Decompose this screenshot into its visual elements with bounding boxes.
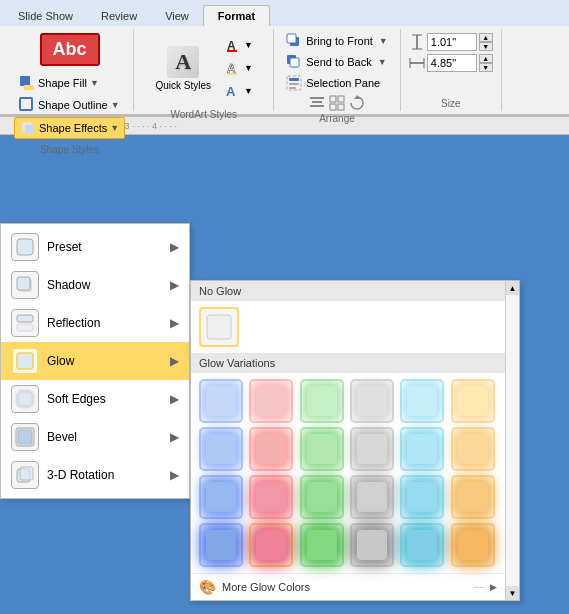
glow-cell-3-6[interactable]	[451, 475, 495, 519]
selection-pane-button[interactable]: Selection Pane	[282, 73, 392, 93]
glow-cell-1-3[interactable]	[300, 379, 344, 423]
wordart-group: A Quick Styles A ▼ A ▼ A ▼	[134, 29, 274, 111]
svg-text:A: A	[226, 84, 236, 99]
shape-outline-icon	[19, 97, 35, 113]
bevel-arrow: ▶	[170, 430, 179, 444]
text-fill-button[interactable]: A ▼	[220, 35, 258, 55]
send-back-dropdown[interactable]: ▼	[378, 57, 387, 67]
scroll-up-button[interactable]: ▲	[506, 281, 519, 295]
shape-outline-button[interactable]: Shape Outline ▼	[14, 95, 125, 115]
menu-glow[interactable]: Glow ▶	[1, 342, 189, 380]
width-down[interactable]: ▼	[479, 63, 493, 72]
height-input[interactable]	[427, 33, 477, 51]
height-field: ▲ ▼	[409, 33, 493, 51]
height-down[interactable]: ▼	[479, 42, 493, 51]
bring-to-front-button[interactable]: Bring to Front ▼	[282, 31, 392, 51]
glow-cell-1-6[interactable]	[451, 379, 495, 423]
no-glow-box[interactable]	[199, 307, 239, 347]
glow-cell-4-3[interactable]	[300, 523, 344, 567]
shape-menu: Preset ▶ Shadow ▶ Reflection ▶ Glow ▶	[0, 223, 190, 499]
svg-rect-11	[287, 34, 296, 43]
bevel-icon	[11, 423, 39, 451]
shape-fill-button[interactable]: Shape Fill ▼	[14, 73, 125, 93]
svg-rect-41	[18, 430, 32, 444]
bring-front-icon	[286, 33, 302, 49]
reflection-icon	[11, 309, 39, 337]
text-effects-button[interactable]: A ▼	[220, 81, 258, 101]
preset-icon	[11, 233, 39, 261]
svg-rect-32	[17, 239, 33, 255]
svg-rect-19	[312, 101, 322, 103]
glow-cell-1-5[interactable]	[400, 379, 444, 423]
glow-cell-2-4[interactable]	[350, 427, 394, 471]
scroll-track	[506, 295, 519, 586]
glow-cell-1-2[interactable]	[249, 379, 293, 423]
height-up[interactable]: ▲	[479, 33, 493, 42]
tab-bar: Slide Show Review View Format	[0, 0, 569, 26]
svg-rect-1	[24, 85, 34, 90]
shape-effects-button[interactable]: Shape Effects ▼	[14, 117, 125, 139]
glow-cell-2-2[interactable]	[249, 427, 293, 471]
tab-view[interactable]: View	[151, 6, 203, 26]
a-icon: A	[175, 49, 191, 75]
quick-styles-button[interactable]: A Quick Styles	[149, 32, 217, 104]
glow-cell-4-4[interactable]	[350, 523, 394, 567]
scroll-down-button[interactable]: ▼	[506, 586, 519, 600]
glow-cell-4-2[interactable]	[249, 523, 293, 567]
width-field: ▲ ▼	[409, 54, 493, 72]
tab-slideshow[interactable]: Slide Show	[4, 6, 87, 26]
svg-rect-4	[25, 125, 34, 134]
size-inputs: ▲ ▼ ▲ ▼	[409, 29, 493, 76]
width-up[interactable]: ▲	[479, 54, 493, 63]
shape-fill-icon	[19, 75, 35, 91]
glow-cell-3-4[interactable]	[350, 475, 394, 519]
glow-scrollbar[interactable]: ▲ ▼	[505, 281, 519, 600]
glow-cell-3-1[interactable]	[199, 475, 243, 519]
tab-format[interactable]: Format	[203, 5, 270, 26]
menu-preset[interactable]: Preset ▶	[1, 228, 189, 266]
shape-tools: Shape Fill ▼ Shape Outline ▼ Shape Effec…	[14, 70, 125, 142]
glow-grid	[191, 373, 505, 573]
height-spin: ▲ ▼	[479, 33, 493, 51]
text-outline-arrow: ▼	[244, 63, 253, 73]
more-glow-colors-button[interactable]: 🎨 More Glow Colors ···· ▶	[191, 573, 505, 600]
menu-shadow[interactable]: Shadow ▶	[1, 266, 189, 304]
reflection-arrow: ▶	[170, 316, 179, 330]
width-input[interactable]	[427, 54, 477, 72]
glow-cell-1-1[interactable]	[199, 379, 243, 423]
svg-rect-44	[207, 315, 231, 339]
svg-rect-21	[330, 96, 336, 102]
shape-effects-arrow: ▼	[110, 123, 119, 133]
glow-cell-3-5[interactable]	[400, 475, 444, 519]
menu-bevel[interactable]: Bevel ▶	[1, 418, 189, 456]
group-icon	[329, 95, 345, 111]
glow-submenu: No Glow Glow Variations	[190, 280, 520, 601]
svg-rect-39	[17, 391, 33, 407]
glow-cell-3-2[interactable]	[249, 475, 293, 519]
svg-rect-35	[17, 315, 33, 322]
glow-cell-1-4[interactable]	[350, 379, 394, 423]
send-to-back-button[interactable]: Send to Back ▼	[282, 52, 392, 72]
menu-soft-edges[interactable]: Soft Edges ▶	[1, 380, 189, 418]
soft-edges-icon	[11, 385, 39, 413]
text-style-tools: A ▼ A ▼ A ▼	[220, 32, 258, 104]
text-outline-button[interactable]: A ▼	[220, 58, 258, 78]
quick-styles-icon: A	[167, 46, 199, 78]
menu-reflection[interactable]: Reflection ▶	[1, 304, 189, 342]
glow-cell-2-1[interactable]	[199, 427, 243, 471]
tab-review[interactable]: Review	[87, 6, 151, 26]
send-back-icon	[286, 54, 302, 70]
glow-cell-4-5[interactable]	[400, 523, 444, 567]
glow-cell-2-5[interactable]	[400, 427, 444, 471]
glow-cell-2-6[interactable]	[451, 427, 495, 471]
glow-cell-4-6[interactable]	[451, 523, 495, 567]
glow-cell-4-1[interactable]	[199, 523, 243, 567]
menu-3d-rotation[interactable]: 3-D Rotation ▶	[1, 456, 189, 494]
smiley-icon: 🎨	[199, 579, 216, 595]
wordart-tools: A Quick Styles A ▼ A ▼ A ▼	[149, 29, 258, 107]
glow-cell-2-3[interactable]	[300, 427, 344, 471]
glow-cell-3-3[interactable]	[300, 475, 344, 519]
bring-front-dropdown[interactable]: ▼	[379, 36, 388, 46]
preset-arrow: ▶	[170, 240, 179, 254]
svg-rect-43	[20, 467, 33, 480]
